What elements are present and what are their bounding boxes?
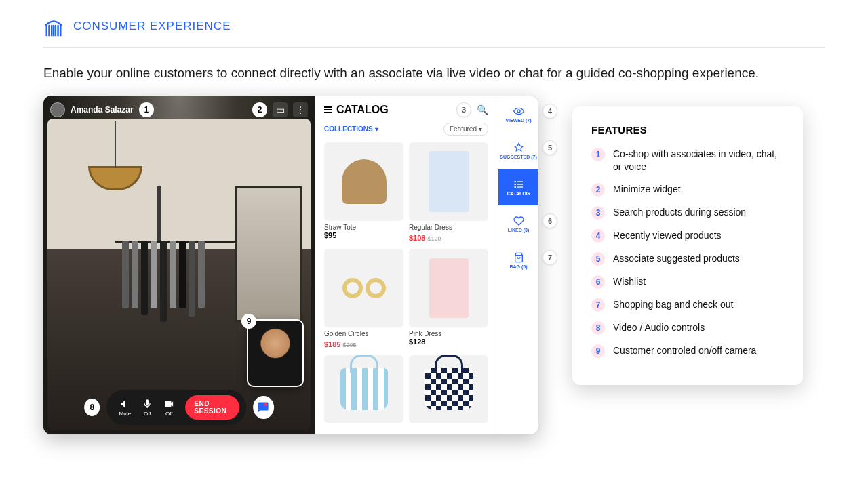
video-pane: Amanda Salazar 1 2 ▭ ⋮ xyxy=(43,96,315,434)
product-grid: Straw Tote$95 Regular Dress$108$120 Gold… xyxy=(324,142,488,423)
minimize-button[interactable]: ▭ xyxy=(273,102,288,117)
chevron-down-icon: ▾ xyxy=(479,125,482,133)
callout-2: 2 xyxy=(252,102,267,117)
feature-text: Video / Audio controls xyxy=(613,321,705,334)
feature-row: 3Search products during session xyxy=(591,206,784,220)
callout-8: 8 xyxy=(84,399,100,416)
feature-number: 7 xyxy=(591,298,605,312)
callout-5: 5 xyxy=(542,140,557,155)
catalog-title: CATALOG xyxy=(324,104,389,116)
callout-1: 1 xyxy=(139,102,154,117)
feature-number: 9 xyxy=(591,344,605,358)
feature-number: 5 xyxy=(591,252,605,266)
feature-row: 4Recently viewed products xyxy=(591,229,784,243)
brand-logo-icon xyxy=(43,16,64,37)
associate-avatar xyxy=(50,102,65,117)
section-label: CONSUMER EXPERIENCE xyxy=(73,20,231,33)
product-card[interactable] xyxy=(324,355,403,423)
video-controls-bar: 8 Mute Off Off END SESSION xyxy=(84,390,274,425)
page-header: CONSUMER EXPERIENCE xyxy=(43,16,825,48)
product-card[interactable] xyxy=(409,355,488,423)
app-mockup: Amanda Salazar 1 2 ▭ ⋮ xyxy=(43,96,538,434)
callout-9: 9 xyxy=(241,314,256,329)
feature-text: Search products during session xyxy=(613,206,746,219)
features-title: FEATURES xyxy=(591,124,784,136)
feature-row: 6Wishlist xyxy=(591,275,784,289)
sort-dropdown[interactable]: Featured▾ xyxy=(443,123,488,136)
feature-number: 8 xyxy=(591,321,605,335)
rail-catalog[interactable]: CATALOG xyxy=(498,169,538,205)
svg-point-8 xyxy=(517,110,520,113)
features-card: FEATURES 1Co-shop with associates in vid… xyxy=(572,106,803,385)
feature-text: Recently viewed products xyxy=(613,229,722,242)
rail-suggested[interactable]: SUGGESTED (7) xyxy=(498,132,538,169)
self-view[interactable]: 9 xyxy=(247,319,304,387)
page-subheading: Enable your online customers to connect … xyxy=(43,66,825,81)
feature-number: 6 xyxy=(591,275,605,289)
svg-point-13 xyxy=(515,184,515,184)
feature-row: 2Minimize widget xyxy=(591,183,784,197)
mic-button[interactable]: Off xyxy=(142,399,153,417)
feature-text: Wishlist xyxy=(613,275,646,288)
feature-number: 3 xyxy=(591,206,605,220)
feature-row: 1Co-shop with associates in video, chat,… xyxy=(591,148,784,174)
callout-7: 7 xyxy=(542,250,557,265)
feature-text: Co-shop with associates in video, chat, … xyxy=(613,148,784,174)
feature-text: Associate suggested products xyxy=(613,252,740,265)
feature-row: 7Shopping bag and check out xyxy=(591,298,784,312)
product-card[interactable]: Pink Dress$128 xyxy=(409,249,488,350)
rail-viewed[interactable]: VIEWED (7) xyxy=(498,96,538,132)
side-rail: VIEWED (7) SUGGESTED (7) CATALOG LIKED (… xyxy=(498,96,538,434)
feature-number: 4 xyxy=(591,229,605,243)
product-card[interactable]: Golden Circles$185$205 xyxy=(324,249,403,350)
more-menu-button[interactable]: ⋮ xyxy=(293,102,308,117)
search-icon[interactable]: 🔍 xyxy=(477,104,488,115)
rail-bag[interactable]: BAG (5) xyxy=(498,242,538,279)
svg-point-12 xyxy=(515,181,515,182)
end-session-button[interactable]: END SESSION xyxy=(185,395,239,420)
camera-button[interactable]: Off xyxy=(163,399,174,417)
callout-3: 3 xyxy=(456,102,471,117)
product-card[interactable]: Regular Dress$108$120 xyxy=(409,142,488,243)
collections-dropdown[interactable]: COLLECTIONS▾ xyxy=(324,125,378,133)
callout-6: 6 xyxy=(542,214,557,228)
feature-text: Minimize widget xyxy=(613,183,681,196)
associate-name: Amanda Salazar xyxy=(71,105,134,115)
feature-row: 5Associate suggested products xyxy=(591,252,784,266)
feature-number: 1 xyxy=(591,148,605,161)
feature-text: Shopping bag and check out xyxy=(613,298,733,311)
callout-4: 4 xyxy=(542,104,557,119)
rail-liked[interactable]: LIKED (3) xyxy=(498,205,538,242)
chat-button[interactable] xyxy=(253,396,274,419)
catalog-panel: CATALOG 3 🔍 COLLECTIONS▾ Featured▾ Straw… xyxy=(315,96,538,434)
feature-row: 9Customer controled on/off camera xyxy=(591,344,784,358)
feature-number: 2 xyxy=(591,183,605,197)
feature-text: Customer controled on/off camera xyxy=(613,344,756,357)
product-card[interactable]: Straw Tote$95 xyxy=(324,142,403,243)
mute-button[interactable]: Mute xyxy=(119,399,132,417)
svg-point-7 xyxy=(264,403,268,406)
menu-icon xyxy=(324,106,332,113)
feature-row: 8Video / Audio controls xyxy=(591,321,784,335)
svg-point-14 xyxy=(515,186,515,187)
chevron-down-icon: ▾ xyxy=(375,125,378,133)
